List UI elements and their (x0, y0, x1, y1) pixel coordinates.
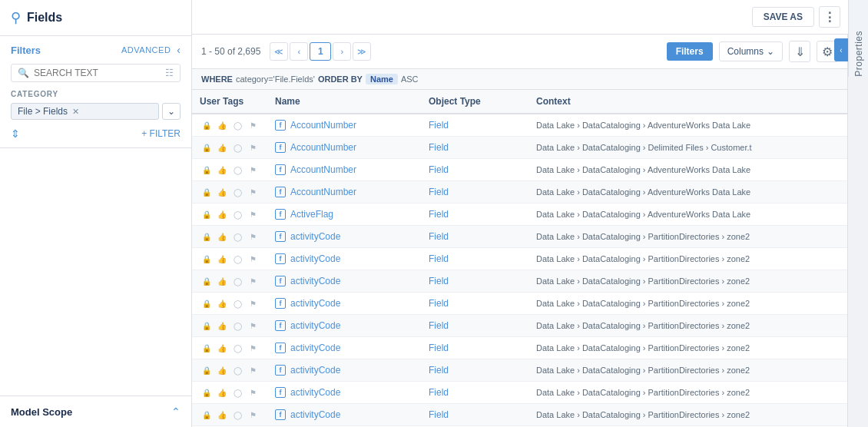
col-header-name[interactable]: Name (267, 90, 421, 114)
like-icon[interactable]: 👍 (215, 296, 229, 310)
like-icon[interactable]: 👍 (215, 207, 229, 221)
page-current[interactable]: 1 (310, 42, 331, 61)
lock-icon[interactable]: 🔒 (200, 363, 214, 377)
lock-icon[interactable]: 🔒 (200, 274, 214, 288)
download-button[interactable]: ⇓ (789, 41, 810, 62)
lock-icon[interactable]: 🔒 (200, 118, 214, 132)
main-wrapper: SAVE AS ⋮ 1 - 50 of 2,695 ≪ ‹ 1 › ≫ Filt… (192, 0, 848, 427)
search-input[interactable] (34, 68, 165, 78)
sidebar-title: Fields (27, 11, 62, 25)
like-icon[interactable]: 👍 (215, 163, 229, 177)
row-actions: 🔒 👍 ◯ ⚑ (200, 341, 260, 355)
circle-icon[interactable]: ◯ (230, 408, 244, 422)
page-next-btn[interactable]: › (333, 42, 351, 61)
page-last-btn[interactable]: ≫ (353, 42, 371, 61)
like-icon[interactable]: 👍 (215, 274, 229, 288)
lock-icon[interactable]: 🔒 (200, 386, 214, 399)
like-icon[interactable]: 👍 (215, 363, 229, 377)
lock-icon[interactable]: 🔒 (200, 230, 214, 243)
name-link[interactable]: activityCode (290, 298, 340, 309)
right-panel-toggle[interactable]: ‹ (834, 38, 848, 61)
like-icon[interactable]: 👍 (215, 230, 229, 243)
like-icon[interactable]: 👍 (215, 118, 229, 132)
tag-icon[interactable]: ⚑ (246, 141, 260, 154)
page-prev-btn[interactable]: ‹ (290, 42, 308, 61)
lock-icon[interactable]: 🔒 (200, 296, 214, 310)
lock-icon[interactable]: 🔒 (200, 319, 214, 333)
tag-icon[interactable]: ⚑ (246, 163, 260, 177)
circle-icon[interactable]: ◯ (230, 163, 244, 177)
circle-icon[interactable]: ◯ (230, 363, 244, 377)
name-link[interactable]: activityCode (290, 409, 340, 420)
lock-icon[interactable]: 🔒 (200, 185, 214, 199)
tag-icon[interactable]: ⚑ (246, 341, 260, 355)
tag-icon[interactable]: ⚑ (246, 230, 260, 243)
circle-icon[interactable]: ◯ (230, 319, 244, 333)
circle-icon[interactable]: ◯ (230, 230, 244, 243)
properties-label[interactable]: Properties (853, 31, 864, 77)
sidebar-spacer (0, 148, 191, 396)
save-as-button[interactable]: SAVE AS (752, 7, 814, 27)
collapse-sidebar-btn[interactable]: ‹ (177, 44, 181, 56)
tag-icon[interactable]: ⚑ (246, 408, 260, 422)
name-link[interactable]: activityCode (290, 253, 340, 264)
tag-icon[interactable]: ⚑ (246, 363, 260, 377)
circle-icon[interactable]: ◯ (230, 341, 244, 355)
tag-icon[interactable]: ⚑ (246, 386, 260, 399)
lock-icon[interactable]: 🔒 (200, 252, 214, 266)
lock-icon[interactable]: 🔒 (200, 141, 214, 154)
grid-icon[interactable]: ☷ (165, 68, 174, 78)
lock-icon[interactable]: 🔒 (200, 207, 214, 221)
category-tag-remove[interactable]: ✕ (72, 107, 79, 117)
add-filter-btn[interactable]: + FILTER (141, 128, 181, 139)
name-link[interactable]: AccountNumber (290, 120, 356, 131)
cell-user-tags: 🔒 👍 ◯ ⚑ (192, 248, 267, 270)
lock-icon[interactable]: 🔒 (200, 408, 214, 422)
circle-icon[interactable]: ◯ (230, 141, 244, 154)
like-icon[interactable]: 👍 (215, 252, 229, 266)
advanced-link[interactable]: ADVANCED (121, 45, 171, 55)
tag-icon[interactable]: ⚑ (246, 252, 260, 266)
like-icon[interactable]: 👍 (215, 341, 229, 355)
columns-button[interactable]: Columns ⌄ (719, 41, 783, 61)
tag-icon[interactable]: ⚑ (246, 319, 260, 333)
circle-icon[interactable]: ◯ (230, 386, 244, 399)
name-link[interactable]: ActiveFlag (290, 209, 333, 220)
lock-icon[interactable]: 🔒 (200, 341, 214, 355)
object-type-value: Field (429, 164, 449, 175)
circle-icon[interactable]: ◯ (230, 296, 244, 310)
like-icon[interactable]: 👍 (215, 386, 229, 399)
filters-button[interactable]: Filters (667, 42, 713, 61)
circle-icon[interactable]: ◯ (230, 252, 244, 266)
lock-icon[interactable]: 🔒 (200, 163, 214, 177)
more-options-button[interactable]: ⋮ (819, 6, 840, 28)
name-link[interactable]: AccountNumber (290, 187, 356, 197)
category-dropdown[interactable]: ⌄ (162, 103, 181, 120)
like-icon[interactable]: 👍 (215, 185, 229, 199)
tag-icon[interactable]: ⚑ (246, 207, 260, 221)
name-link[interactable]: AccountNumber (290, 142, 356, 153)
name-link[interactable]: activityCode (290, 276, 340, 286)
name-link[interactable]: AccountNumber (290, 164, 356, 175)
export-icon[interactable]: ⇕ (11, 127, 20, 140)
tag-icon[interactable]: ⚑ (246, 185, 260, 199)
tag-icon[interactable]: ⚑ (246, 296, 260, 310)
name-link[interactable]: activityCode (290, 387, 340, 398)
table-row: 🔒 👍 ◯ ⚑ f AccountNumber FieldData Lake ›… (192, 181, 847, 204)
tag-icon[interactable]: ⚑ (246, 274, 260, 288)
table-row: 🔒 👍 ◯ ⚑ f activityCode FieldData Lake › … (192, 404, 847, 426)
circle-icon[interactable]: ◯ (230, 185, 244, 199)
like-icon[interactable]: 👍 (215, 141, 229, 154)
like-icon[interactable]: 👍 (215, 319, 229, 333)
tag-icon[interactable]: ⚑ (246, 118, 260, 132)
circle-icon[interactable]: ◯ (230, 274, 244, 288)
page-first-btn[interactable]: ≪ (270, 42, 288, 61)
name-link[interactable]: activityCode (290, 365, 340, 376)
like-icon[interactable]: 👍 (215, 408, 229, 422)
name-link[interactable]: activityCode (290, 231, 340, 242)
circle-icon[interactable]: ◯ (230, 118, 244, 132)
model-scope-chevron[interactable]: ⌃ (171, 405, 181, 418)
name-link[interactable]: activityCode (290, 343, 340, 353)
circle-icon[interactable]: ◯ (230, 207, 244, 221)
name-link[interactable]: activityCode (290, 320, 340, 331)
